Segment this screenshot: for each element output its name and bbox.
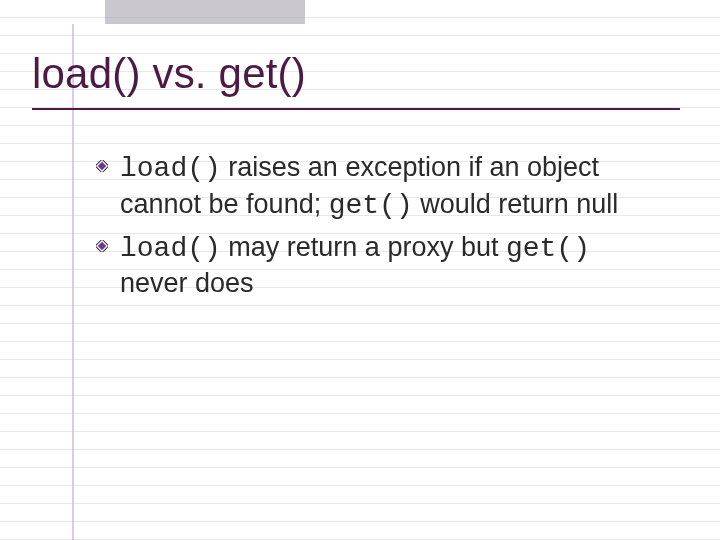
diamond-bullet-icon: [96, 240, 108, 252]
code-snippet: get(): [506, 233, 590, 264]
diamond-bullet-icon: [96, 160, 108, 172]
text-run: would return null: [413, 189, 619, 219]
code-snippet: load(): [120, 153, 221, 184]
bullet-text: load() raises an exception if an object …: [120, 152, 618, 219]
svg-rect-0: [98, 162, 106, 170]
top-decorative-tab: [105, 0, 305, 24]
bullet-text: load() may return a proxy but get() neve…: [120, 232, 590, 299]
code-snippet: get(): [329, 190, 413, 221]
title-underline: [32, 108, 680, 110]
slide: load() vs. get() load() raises an except…: [0, 0, 720, 540]
bullet-item: load() raises an exception if an object …: [96, 150, 664, 224]
slide-body: load() raises an exception if an object …: [96, 150, 664, 307]
slide-title: load() vs. get(): [32, 50, 680, 98]
svg-rect-2: [98, 241, 106, 249]
notebook-margin-line: [72, 24, 74, 540]
text-run: never does: [120, 268, 254, 298]
bullet-item: load() may return a proxy but get() neve…: [96, 230, 664, 301]
code-snippet: load(): [120, 233, 221, 264]
text-run: may return a proxy but: [221, 232, 506, 262]
